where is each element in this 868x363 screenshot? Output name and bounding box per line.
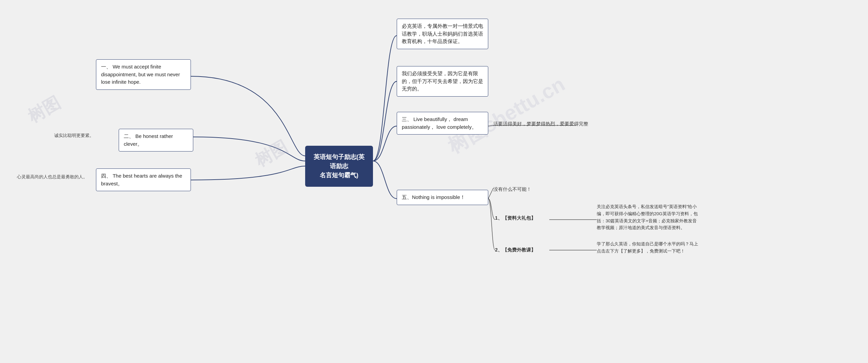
far-annotation-1-label: 1、【资料大礼包】 bbox=[495, 214, 536, 222]
left-node-2-label: 二、 Be honest rather clever。 bbox=[124, 133, 173, 147]
left-node-1: 一、 We must accept finite disappointment,… bbox=[96, 59, 191, 90]
far-annotation-2-label: 2、【免费外教课】 bbox=[495, 246, 536, 254]
left-node-2-annotation: 诚实比聪明更要紧。 bbox=[54, 132, 94, 139]
watermark-1: 树图 bbox=[24, 91, 64, 128]
left-node-3-label: 四、 The best hearts are always the braves… bbox=[101, 173, 182, 186]
right-node-2: 我们必须接受失望，因为它是有限的，但千万不可失去希望，因为它是无穷的。 bbox=[397, 66, 488, 97]
left-node-3-annotation: 心灵最高尚的人也总是最勇敢的人。 bbox=[17, 174, 87, 180]
watermark-2: 树图 bbox=[251, 135, 292, 172]
right-node-1: 必克英语，专属外教一对一情景式电话教学，职场人士和妈妈们首选英语教育机构，十年品… bbox=[397, 19, 488, 49]
left-node-1-label: 一、 We must accept finite disappointment,… bbox=[101, 64, 180, 85]
right-node-4-label: 五、Nothing is impossible！ bbox=[402, 194, 465, 201]
right-node-4: 五、Nothing is impossible！ bbox=[397, 190, 488, 205]
far-annotation-1-detail: 关注必克英语头条号，私信发送暗号"英语资料"给小编，即可获得小编精心整理的20G… bbox=[597, 203, 698, 231]
right-node-3-annotation: 活要活得美好，梦要梦得热烈，爱要爱得完整 bbox=[493, 120, 588, 127]
right-node-1-label: 必克英语，专属外教一对一情景式电话教学，职场人士和妈妈们首选英语教育机构，十年品… bbox=[402, 23, 483, 44]
right-node-4-annotation: 没有什么不可能！ bbox=[493, 186, 531, 193]
left-node-3: 四、 The best hearts are always the braves… bbox=[96, 168, 191, 191]
center-node: 英语短句子励志(英语励志名言短句霸气) bbox=[305, 146, 373, 187]
svg-line-0 bbox=[488, 188, 493, 199]
mindmap-container: 树图 树图 树图shettu.cn 英语短句子励志(英语励志名言短句霸气) 一、… bbox=[0, 0, 868, 363]
svg-line-3 bbox=[488, 125, 493, 126]
right-node-3-label: 三、 Live beautifully， dream passionately，… bbox=[402, 116, 477, 130]
left-node-2: 二、 Be honest rather clever。 bbox=[119, 129, 193, 152]
right-node-3: 三、 Live beautifully， dream passionately，… bbox=[397, 112, 488, 135]
far-annotation-2-detail: 学了那么久英语，你知道自己是哪个水平的吗？马上点击左下方【了解更多】，免费测试一… bbox=[597, 241, 698, 255]
right-node-2-label: 我们必须接受失望，因为它是有限的，但千万不可失去希望，因为它是无穷的。 bbox=[402, 70, 483, 92]
